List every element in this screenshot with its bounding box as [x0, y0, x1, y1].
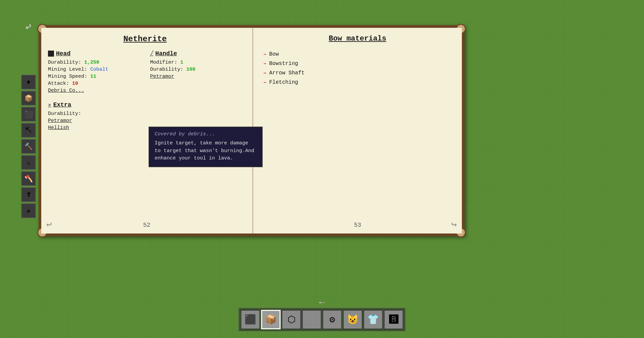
bow-item-fletching: – Fletching	[263, 79, 452, 85]
hotbar-item-2: 📦	[265, 314, 277, 325]
right-page-title: Bow materials	[263, 35, 452, 43]
extra-label-text: Extra	[53, 102, 71, 108]
next-page-button[interactable]: ↪	[451, 219, 457, 230]
hotbar-item-5: ⚙	[329, 314, 335, 325]
handle-petramor: Petramor	[150, 74, 242, 79]
hotbar-slot-8[interactable]: 🅱	[384, 310, 404, 329]
scroll-down-arrow[interactable]: ←	[319, 297, 325, 308]
bow-item-bowstring-text: Bowstring	[269, 61, 298, 67]
book-left-page: Netherite Head Durability: 1,250 Mining …	[41, 28, 253, 233]
hotbar-slot-4[interactable]	[302, 310, 322, 329]
head-debris: Debris Co...	[48, 88, 140, 93]
head-durability: Durability: 1,250	[48, 60, 140, 65]
tooltip: Covered by debris... Ignite target, take…	[149, 127, 263, 167]
handle-label-text: Handle	[155, 50, 177, 57]
sidebar: ♦ 📦 ⬛ ⛏ 🔨 ⚔ 🪓 🗡 ✵	[21, 75, 36, 218]
handle-modifier: Modifier: 1	[150, 60, 242, 65]
sidebar-icon-pickaxe[interactable]: ⛏	[21, 123, 36, 138]
head-section-label: Head	[48, 50, 140, 57]
sidebar-icon-crate[interactable]: 📦	[21, 91, 36, 106]
bow-item-bow-text: Bow	[269, 51, 279, 57]
bow-dash-1: –	[263, 51, 267, 57]
hotbar-item-8: 🅱	[389, 314, 398, 325]
head-handle-columns: Head Durability: 1,250 Mining Level: Cob…	[48, 50, 242, 95]
hotbar-slot-3[interactable]: ⬡	[282, 310, 301, 329]
left-page-number: 52	[143, 222, 151, 228]
sidebar-icon-cube[interactable]: ⬛	[21, 107, 36, 122]
extra-section-label: ✕ Extra	[48, 102, 242, 108]
head-mining-level: Mining Level: Cobalt	[48, 67, 140, 72]
tooltip-body: Ignite target, take more damage to targe…	[155, 140, 257, 162]
bow-item-bow: – Bow	[263, 51, 452, 57]
bow-item-arrow-shaft: – Arrow Shaft	[263, 70, 452, 76]
sidebar-icon-diamond[interactable]: ♦	[21, 75, 36, 89]
hotbar: ⬛ 📦 ⬡ ⚙ 😺 👕 🅱	[239, 308, 406, 331]
sidebar-icon-mallet[interactable]: 🪓	[21, 171, 36, 186]
sidebar-icon-ninja[interactable]: ✵	[21, 203, 36, 218]
extra-icon: ✕	[48, 102, 51, 108]
head-mining-speed: Mining Speed: 11	[48, 74, 140, 79]
head-attack: Attack: 10	[48, 81, 140, 86]
hotbar-slot-6[interactable]: 😺	[343, 310, 363, 329]
bow-dash-3: –	[263, 70, 267, 76]
hotbar-slot-5[interactable]: ⚙	[323, 310, 342, 329]
left-page-title: Netherite	[48, 35, 242, 44]
right-page-number: 53	[354, 222, 361, 228]
extra-section: ✕ Extra Durability: Petramor Hellish	[48, 102, 242, 131]
head-column: Head Durability: 1,250 Mining Level: Cob…	[48, 50, 140, 95]
hotbar-slot-7[interactable]: 👕	[364, 310, 383, 329]
handle-column: ╱ Handle Modifier: 1 Durability: 100 Pet…	[150, 50, 242, 95]
handle-durability: Durability: 100	[150, 67, 242, 72]
bow-item-fletching-text: Fletching	[269, 79, 298, 85]
hotbar-item-1: ⬛	[245, 314, 256, 325]
bow-dash-2: –	[263, 61, 267, 67]
book: ♦ 📦 ⬛ ⛏ 🔨 ⚔ 🪓 🗡 ✵ Netherite	[39, 25, 465, 236]
book-right-page: Bow materials – Bow – Bowstring – Arrow …	[253, 28, 462, 233]
bow-item-bowstring: – Bowstring	[263, 61, 452, 67]
hotbar-item-3: ⬡	[287, 314, 296, 325]
extra-durability: Durability:	[48, 111, 242, 117]
hotbar-item-6: 😺	[347, 314, 359, 325]
prev-page-button[interactable]: ↩	[46, 219, 52, 230]
sidebar-icon-dagger[interactable]: 🗡	[21, 187, 36, 202]
handle-icon: ╱	[150, 50, 153, 57]
bow-dash-4: –	[263, 79, 267, 85]
hotbar-item-7: 👕	[367, 314, 379, 325]
bow-item-arrow-shaft-text: Arrow Shaft	[269, 70, 305, 76]
head-label-text: Head	[56, 50, 70, 57]
head-icon	[48, 51, 54, 57]
bow-materials-list: – Bow – Bowstring – Arrow Shaft – Fletch…	[263, 51, 452, 85]
hotbar-slot-1[interactable]: ⬛	[241, 310, 260, 329]
sidebar-icon-hammer[interactable]: 🔨	[21, 139, 36, 154]
sidebar-icon-sword[interactable]: ⚔	[21, 155, 36, 170]
handle-section-label: ╱ Handle	[150, 50, 242, 57]
tooltip-header: Covered by debris...	[155, 131, 257, 137]
hotbar-slot-2[interactable]: 📦	[261, 310, 281, 329]
extra-petramor: Petramor	[48, 118, 242, 124]
